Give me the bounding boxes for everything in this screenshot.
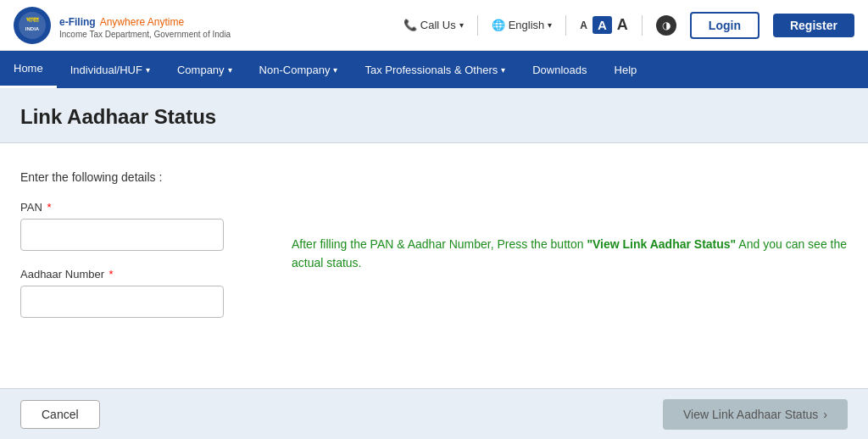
nav-item-help[interactable]: Help — [601, 51, 651, 88]
login-button[interactable]: Login — [690, 12, 760, 39]
form-section: Enter the following details : PAN * Aadh… — [20, 164, 848, 342]
language-selector[interactable]: 🌐 English ▾ — [492, 19, 553, 31]
nav-item-non-company[interactable]: Non-Company ▾ — [246, 51, 352, 88]
aadhaar-label: Aadhaar Number * — [20, 268, 224, 281]
form-fields: PAN * Aadhaar Number * — [20, 201, 224, 335]
pan-input[interactable] — [20, 219, 224, 251]
nav-chevron-tax: ▾ — [501, 65, 505, 75]
nav-item-downloads[interactable]: Downloads — [519, 51, 600, 88]
svg-text:INDIA: INDIA — [25, 26, 40, 31]
nav-chevron-non-company: ▾ — [333, 65, 337, 75]
nav-item-home[interactable]: Home — [0, 51, 57, 88]
nav-chevron-individual: ▾ — [146, 65, 150, 75]
main-nav: Home Individual/HUF ▾ Company ▾ Non-Comp… — [0, 51, 868, 88]
font-controls: A A A — [580, 16, 628, 34]
aadhaar-field-group: Aadhaar Number * — [20, 268, 224, 318]
globe-icon: 🌐 — [492, 19, 505, 31]
svg-text:भारत: भारत — [26, 16, 39, 24]
pan-label: PAN * — [20, 201, 224, 214]
divider-1 — [477, 15, 478, 36]
nav-item-tax-professionals[interactable]: Tax Professionals & Others ▾ — [351, 51, 519, 88]
logo-area: भारत INDIA e-Filing Anywhere Anytime Inc… — [14, 7, 231, 44]
call-us-chevron: ▾ — [459, 20, 464, 30]
contrast-icon: ◑ — [662, 19, 670, 31]
arrow-icon: › — [823, 408, 827, 415]
cancel-button[interactable]: Cancel — [20, 400, 100, 415]
font-medium-button[interactable]: A — [593, 16, 612, 34]
nav-chevron-company: ▾ — [228, 65, 232, 75]
divider-3 — [642, 15, 643, 36]
aadhaar-required-marker: * — [106, 268, 114, 281]
language-chevron: ▾ — [548, 20, 552, 30]
aadhaar-input[interactable] — [20, 286, 224, 318]
info-text: After filling the PAN & Aadhar Number, P… — [292, 235, 848, 273]
phone-icon: 📞 — [403, 19, 417, 31]
form-info: After filling the PAN & Aadhar Number, P… — [292, 201, 848, 273]
nav-item-individual[interactable]: Individual/HUF ▾ — [57, 51, 164, 88]
top-bar-controls: 📞 Call Us ▾ 🌐 English ▾ A A A ◑ Login Re… — [403, 12, 854, 39]
page-title: Link Aadhaar Status — [20, 105, 848, 129]
view-status-button[interactable]: View Link Aadhaar Status › — [663, 399, 848, 415]
pan-required-marker: * — [44, 201, 52, 214]
divider-2 — [565, 15, 566, 36]
contrast-button[interactable]: ◑ — [656, 15, 676, 36]
main-content: Enter the following details : PAN * Aadh… — [0, 143, 868, 414]
pan-field-group: PAN * — [20, 201, 224, 251]
logo-text: e-Filing Anywhere Anytime Income Tax Dep… — [59, 12, 231, 39]
logo-subtitle: Income Tax Department, Government of Ind… — [59, 30, 231, 39]
form-row: PAN * Aadhaar Number * After filling the… — [20, 201, 848, 335]
form-description: Enter the following details : — [20, 170, 848, 184]
font-large-button[interactable]: A — [617, 16, 628, 34]
top-bar: भारत INDIA e-Filing Anywhere Anytime Inc… — [0, 0, 868, 51]
page-title-bar: Link Aadhaar Status — [0, 88, 868, 143]
logo-title: e-Filing Anywhere Anytime — [59, 12, 231, 30]
register-button[interactable]: Register — [773, 14, 854, 37]
footer-action-bar: Cancel View Link Aadhaar Status › — [0, 388, 868, 414]
nav-item-company[interactable]: Company ▾ — [164, 51, 246, 88]
call-us-button[interactable]: 📞 Call Us ▾ — [403, 19, 464, 31]
logo-emblem: भारत INDIA — [14, 7, 51, 44]
font-small-button[interactable]: A — [580, 19, 587, 31]
